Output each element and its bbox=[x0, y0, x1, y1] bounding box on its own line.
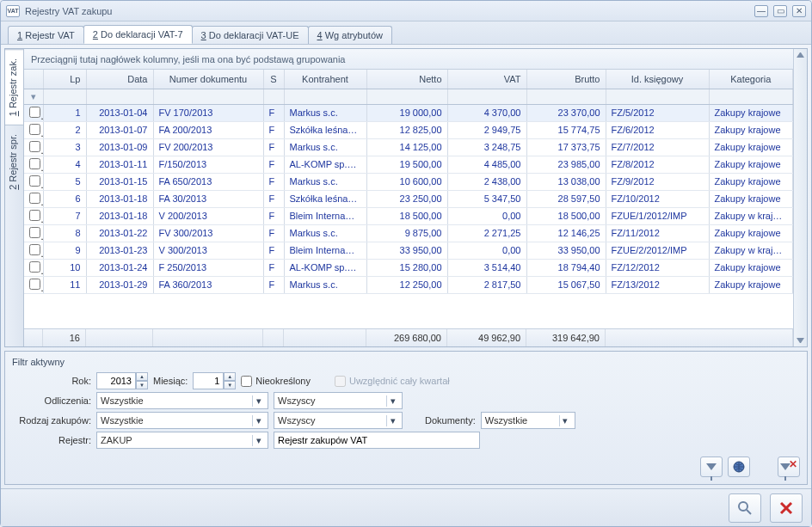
cell-kat: Zakupy krajowe bbox=[709, 156, 793, 173]
cell-id: FZ/6/2012 bbox=[606, 121, 709, 138]
miesiac-down[interactable]: ▼ bbox=[224, 381, 236, 389]
refresh-button[interactable] bbox=[729, 493, 761, 523]
cell-kontrahent: Szkółka leśna… bbox=[284, 121, 366, 138]
cell-brutto: 15 774,75 bbox=[526, 121, 606, 138]
col-id-ksiegowy[interactable]: Id. księgowy bbox=[606, 70, 709, 89]
bottom-bar bbox=[1, 488, 811, 526]
close-window-button[interactable]: ✕ bbox=[792, 5, 806, 17]
table-row[interactable]: 52013-01-15FA 650/2013FMarkus s.c.10 600… bbox=[24, 173, 793, 190]
grid-main: Przeciągnij tutaj nagłówek kolumny, jeśl… bbox=[24, 49, 793, 346]
cell-vat: 2 438,00 bbox=[447, 173, 526, 190]
side-vertical-tabs: 1 Rejestr zak. 2 Rejestr spr. bbox=[5, 49, 24, 346]
row-checkbox[interactable] bbox=[24, 207, 43, 224]
tab-do-deklaracji-vat-ue[interactable]: 3 Do deklaracji VAT-UE bbox=[192, 26, 309, 44]
rok-down[interactable]: ▼ bbox=[136, 381, 148, 389]
col-lp[interactable]: Lp bbox=[43, 70, 86, 89]
row-checkbox[interactable] bbox=[24, 104, 43, 121]
combo-rodzaj[interactable]: Wszystkie▾ bbox=[96, 412, 268, 429]
cell-data: 2013-01-04 bbox=[86, 104, 153, 121]
miesiac-spinner[interactable]: ▲▼ bbox=[193, 372, 236, 389]
cell-brutto: 12 146,25 bbox=[526, 224, 606, 242]
filter-row: ▾ bbox=[24, 89, 793, 104]
cell-kontrahent: AL-KOMP sp.… bbox=[284, 259, 366, 276]
vat-icon: VAT bbox=[6, 5, 20, 17]
cell-doc: FA 200/2013 bbox=[153, 121, 263, 138]
vtab-rejestr-zak[interactable]: 1 Rejestr zak. bbox=[5, 49, 23, 125]
top-tab-bar: 1 Rejestr VAT 2 Do deklaracji VAT-7 3 Do… bbox=[1, 21, 811, 45]
tab-rejestr-vat[interactable]: 1 Rejestr VAT bbox=[8, 26, 84, 44]
cell-lp: 5 bbox=[43, 173, 86, 190]
row-checkbox[interactable] bbox=[24, 224, 43, 242]
maximize-button[interactable]: ▭ bbox=[773, 5, 787, 17]
table-row[interactable]: 22013-01-07FA 200/2013FSzkółka leśna…12 … bbox=[24, 121, 793, 138]
rok-input[interactable] bbox=[96, 372, 136, 389]
cell-kontrahent: Markus s.c. bbox=[284, 104, 366, 121]
vtab-rejestr-spr[interactable]: 2 Rejestr spr. bbox=[5, 125, 23, 199]
col-kontrahent[interactable]: Kontrahent bbox=[284, 70, 366, 89]
table-row[interactable]: 112013-01-29FA 360/2013FMarkus s.c.12 25… bbox=[24, 276, 793, 293]
table-row[interactable]: 102013-01-24F 250/2013FAL-KOMP sp.…15 28… bbox=[24, 259, 793, 276]
combo-dokumenty[interactable]: Wszystkie▾ bbox=[481, 412, 575, 429]
combo-rejestr[interactable]: ZAKUP▾ bbox=[96, 432, 268, 449]
vertical-scrollbar[interactable] bbox=[793, 49, 807, 346]
col-doc[interactable]: Numer dokumentu bbox=[153, 70, 263, 89]
cell-brutto: 23 985,00 bbox=[526, 156, 606, 173]
table-row[interactable]: 92013-01-23V 300/2013FBleim Interna…33 9… bbox=[24, 242, 793, 259]
row-checkbox[interactable] bbox=[24, 276, 43, 293]
col-data[interactable]: Data bbox=[86, 70, 153, 89]
rok-up[interactable]: ▲ bbox=[136, 372, 148, 381]
table-row[interactable]: 12013-01-04FV 170/2013FMarkus s.c.19 000… bbox=[24, 104, 793, 121]
cell-brutto: 33 950,00 bbox=[526, 242, 606, 259]
cell-netto: 12 250,00 bbox=[366, 276, 447, 293]
col-netto[interactable]: Netto bbox=[366, 70, 447, 89]
table-row[interactable]: 82013-01-22FV 300/2013FMarkus s.c.9 875,… bbox=[24, 224, 793, 242]
rok-spinner[interactable]: ▲▼ bbox=[96, 372, 148, 389]
footer-brutto: 319 642,90 bbox=[526, 329, 606, 346]
footer-vat: 49 962,90 bbox=[447, 329, 526, 346]
row-checkbox[interactable] bbox=[24, 259, 43, 276]
combo-odliczenia[interactable]: Wszystkie▾ bbox=[96, 392, 268, 409]
col-kategoria[interactable]: Kategoria bbox=[709, 70, 793, 89]
col-brutto[interactable]: Brutto bbox=[526, 70, 606, 89]
row-checkbox[interactable] bbox=[24, 121, 43, 138]
table-row[interactable]: 62013-01-18FA 30/2013FSzkółka leśna…23 2… bbox=[24, 190, 793, 207]
miesiac-up[interactable]: ▲ bbox=[224, 372, 236, 381]
cell-kat: Zakupy krajowe bbox=[709, 173, 793, 190]
minimize-button[interactable]: — bbox=[754, 5, 768, 17]
row-checkbox[interactable] bbox=[24, 138, 43, 156]
row-checkbox[interactable] bbox=[24, 173, 43, 190]
cell-kontrahent: Markus s.c. bbox=[284, 224, 366, 242]
table-row[interactable]: 32013-01-09FV 200/2013FMarkus s.c.14 125… bbox=[24, 138, 793, 156]
tab-do-deklaracji-vat7[interactable]: 2 Do deklaracji VAT-7 bbox=[83, 25, 193, 44]
cell-brutto: 18 500,00 bbox=[526, 207, 606, 224]
cell-data: 2013-01-23 bbox=[86, 242, 153, 259]
miesiac-input[interactable] bbox=[193, 372, 224, 389]
table-row[interactable]: 42013-01-11F/150/2013FAL-KOMP sp.…19 500… bbox=[24, 156, 793, 173]
close-button[interactable] bbox=[770, 493, 803, 523]
row-checkbox[interactable] bbox=[24, 190, 43, 207]
rejestr-name-field[interactable] bbox=[274, 432, 480, 449]
col-s[interactable]: S bbox=[263, 70, 284, 89]
cell-doc: F/150/2013 bbox=[153, 156, 263, 173]
row-checkbox[interactable] bbox=[24, 156, 43, 173]
globe-button[interactable] bbox=[728, 457, 750, 477]
grouping-bar[interactable]: Przeciągnij tutaj nagłówek kolumny, jeśl… bbox=[24, 49, 793, 70]
cell-kat: Zakupy krajowe bbox=[709, 138, 793, 156]
cell-data: 2013-01-09 bbox=[86, 138, 153, 156]
filter-icon-cell[interactable]: ▾ bbox=[24, 89, 43, 104]
cell-s: F bbox=[263, 138, 284, 156]
col-vat[interactable]: VAT bbox=[447, 70, 526, 89]
cell-brutto: 28 597,50 bbox=[526, 190, 606, 207]
tab-wg-atrybutow[interactable]: 4 Wg atrybutów bbox=[308, 26, 392, 44]
row-checkbox[interactable] bbox=[24, 242, 43, 259]
chk-nieokreslony[interactable]: Nieokreślony bbox=[241, 376, 311, 387]
combo-odliczenia2[interactable]: Wszyscy▾ bbox=[274, 392, 403, 409]
col-checkbox[interactable] bbox=[24, 70, 43, 89]
table-row[interactable]: 72013-01-18V 200/2013FBleim Interna…18 5… bbox=[24, 207, 793, 224]
combo-rodzaj2[interactable]: Wszyscy▾ bbox=[274, 412, 403, 429]
grid-scroll[interactable]: Lp Data Numer dokumentu S Kontrahent Net… bbox=[24, 70, 793, 329]
cell-brutto: 23 370,00 bbox=[526, 104, 606, 121]
cell-netto: 12 825,00 bbox=[366, 121, 447, 138]
clear-filter-button[interactable]: ✕ bbox=[778, 457, 800, 477]
filter-button[interactable] bbox=[700, 457, 723, 477]
